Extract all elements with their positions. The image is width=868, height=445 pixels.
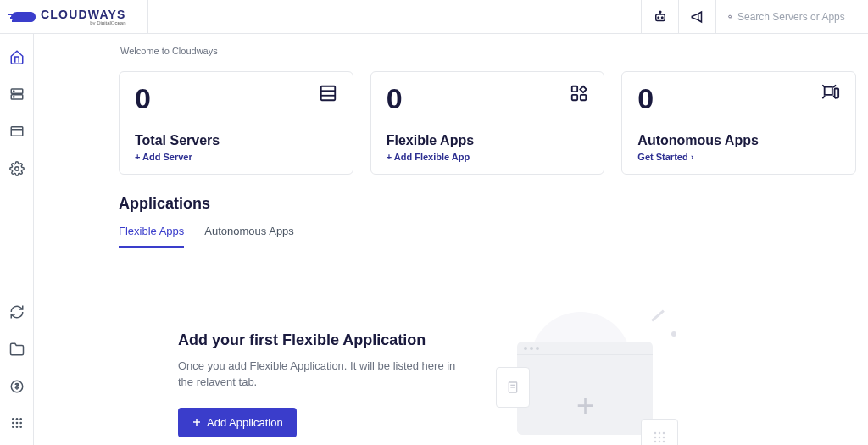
svg-rect-2: [12, 20, 17, 22]
svg-rect-30: [572, 86, 577, 92]
brand-byline: by DigitalOcean: [41, 20, 126, 25]
svg-point-43: [659, 437, 661, 439]
megaphone-icon: [690, 9, 705, 25]
svg-line-9: [731, 17, 732, 18]
get-started-link[interactable]: Get Started ›: [637, 152, 840, 162]
svg-rect-1: [10, 17, 17, 19]
summary-cards: 0 Total Servers + Add Server 0 Flexible …: [119, 71, 856, 175]
svg-point-4: [658, 17, 659, 19]
empty-title: Add your first Flexible Application: [178, 331, 466, 349]
svg-point-39: [654, 432, 657, 435]
sidebar-home[interactable]: [9, 49, 25, 64]
plus-icon: [192, 417, 202, 427]
card-number: 0: [387, 84, 403, 113]
topbar: CLOUDWAYS by DigitalOcean: [0, 0, 868, 34]
card-title: Flexible Apps: [387, 133, 589, 148]
logo[interactable]: CLOUDWAYS by DigitalOcean: [0, 0, 148, 34]
add-server-link[interactable]: + Add Server: [135, 152, 337, 162]
svg-point-5: [661, 17, 663, 19]
add-application-label: Add Application: [207, 416, 283, 429]
svg-point-42: [654, 437, 657, 439]
svg-point-46: [659, 441, 661, 443]
home-icon: [9, 49, 25, 64]
grid-dots-icon: [651, 429, 668, 445]
svg-point-12: [13, 91, 14, 92]
tab-autonomous-apps[interactable]: Autonomous Apps: [204, 225, 294, 248]
empty-state: Add your first Flexible Application Once…: [119, 308, 856, 445]
svg-point-16: [14, 167, 19, 171]
svg-point-40: [659, 432, 661, 435]
svg-point-22: [15, 422, 18, 425]
server-card-icon: [319, 84, 337, 103]
search-icon: [728, 11, 732, 23]
sidebar-servers[interactable]: [9, 86, 25, 102]
cloud-logo-icon: [8, 8, 37, 25]
welcome-text: Welcome to Cloudways: [120, 46, 856, 56]
sidebar: [0, 34, 34, 445]
add-application-button[interactable]: Add Application: [178, 408, 297, 437]
server-icon: [9, 86, 25, 102]
svg-rect-32: [581, 95, 586, 100]
card-number: 0: [637, 84, 654, 113]
svg-point-21: [12, 422, 14, 425]
applications-heading: Applications: [119, 195, 856, 213]
main-content: Welcome to Cloudways 0 Total Servers + A…: [34, 34, 868, 445]
gear-icon: [9, 161, 25, 176]
grid-icon: [10, 416, 24, 430]
bot-icon: [653, 9, 668, 25]
card-title: Autonomous Apps: [637, 133, 840, 148]
svg-rect-0: [8, 14, 17, 15]
refresh-icon: [9, 304, 25, 320]
folder-icon: [9, 342, 25, 357]
window-icon: [9, 124, 25, 139]
svg-point-18: [12, 418, 14, 420]
sidebar-settings[interactable]: [9, 161, 25, 176]
svg-point-7: [659, 11, 661, 13]
card-number: 0: [135, 84, 151, 113]
svg-point-47: [663, 441, 665, 443]
search-input[interactable]: [737, 11, 856, 23]
announcement-icon-button[interactable]: [678, 0, 715, 34]
card-autonomous-apps: 0 Autonomous Apps Get Started ›: [621, 71, 856, 175]
svg-point-24: [12, 426, 14, 428]
doc-icon: [506, 381, 520, 394]
card-total-servers: 0 Total Servers + Add Server: [119, 71, 353, 175]
svg-point-13: [13, 97, 14, 97]
empty-illustration: +: [500, 308, 687, 445]
autonomous-card-icon: [821, 84, 840, 103]
svg-rect-14: [11, 127, 23, 136]
svg-point-19: [15, 418, 18, 420]
search-box[interactable]: [715, 0, 868, 34]
card-flexible-apps: 0 Flexible Apps + Add Flexible App: [370, 71, 605, 175]
card-title: Total Servers: [135, 133, 337, 148]
svg-rect-33: [835, 89, 839, 98]
empty-desc: Once you add Flexible Application. It wi…: [178, 358, 466, 391]
sidebar-apps[interactable]: [9, 124, 25, 139]
svg-point-41: [663, 432, 665, 435]
sidebar-projects[interactable]: [9, 342, 25, 357]
add-flexible-app-link[interactable]: + Add Flexible App: [387, 152, 589, 162]
svg-rect-27: [320, 86, 335, 101]
svg-point-25: [15, 426, 18, 428]
svg-point-26: [19, 426, 22, 428]
svg-point-44: [663, 437, 665, 439]
dollar-icon: [9, 379, 25, 394]
sidebar-migrate[interactable]: [9, 304, 25, 320]
tab-flexible-apps[interactable]: Flexible Apps: [119, 225, 184, 248]
svg-rect-31: [572, 95, 577, 100]
sidebar-grid[interactable]: [10, 416, 24, 430]
svg-point-8: [729, 15, 732, 18]
sidebar-billing[interactable]: [9, 379, 25, 394]
svg-point-20: [19, 418, 22, 420]
svg-point-45: [654, 441, 657, 443]
bot-icon-button[interactable]: [641, 0, 678, 34]
brand-name: CLOUDWAYS: [41, 8, 126, 20]
applications-tabs: Flexible Apps Autonomous Apps: [119, 225, 856, 248]
apps-card-icon: [570, 84, 588, 103]
svg-point-23: [19, 422, 22, 425]
